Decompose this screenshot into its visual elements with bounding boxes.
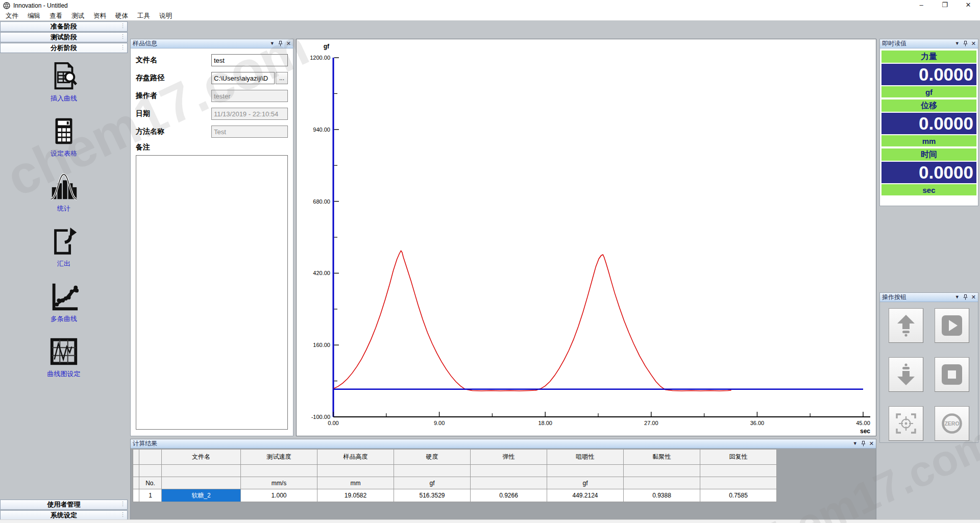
svg-text:ZERO: ZERO [944,420,959,427]
tool-label: 曲线图设定 [47,369,81,379]
results-table: 文件名 测试速度 样品高度 硬度 弹性 咀嚼性 黏聚性 回复性 No. mm/s… [133,449,777,502]
corner-cell [139,450,162,465]
setup-table-button[interactable]: 设定表格 [33,115,94,158]
sidebar-tab-prepare[interactable]: 准备阶段 ⋮ [0,21,128,32]
col-header: 咀嚼性 [547,450,624,465]
method-name-field [211,126,288,138]
sidebar-tab-user-management[interactable]: 使用者管理 ⋮ [0,500,128,510]
grip-icon: ⋮ [120,501,126,507]
field-label-date: 日期 [136,109,150,118]
menu-hardware[interactable]: 硬体 [111,12,133,20]
pin-icon[interactable] [963,41,968,46]
chevron-down-icon[interactable]: ▼ [270,41,275,46]
time-value: 0.0000 [881,162,976,183]
value-cell: 0.9266 [471,489,547,502]
close-icon[interactable]: ✕ [286,41,291,46]
results-units-row: No. mm/s mm gf gf [133,477,777,489]
col-header: 测试速度 [241,450,317,465]
run-button[interactable] [935,308,969,343]
jog-down-button[interactable] [889,357,923,392]
save-path-input[interactable] [211,72,275,84]
action-buttons-panel: 操作按钮 ▼ ✕ [879,292,978,443]
col-header: 文件名 [162,450,241,465]
value-cell: 19.0582 [317,489,394,502]
status-strip [0,519,980,523]
chevron-down-icon[interactable]: ▼ [955,295,960,300]
field-label-filename: 文件名 [136,56,157,65]
sidebar-tab-label: 分析阶段 [51,43,77,53]
results-data-row[interactable]: 1 软糖_2 1.000 19.0582 516.3529 0.9266 449… [133,489,777,502]
grip-icon: ⋮ [120,44,126,51]
browse-button[interactable]: ... [276,72,288,84]
chart-settings-icon [48,336,80,367]
close-icon[interactable]: ✕ [869,441,874,446]
sidebar: 准备阶段 ⋮ 测试阶段 ⋮ 分析阶段 ⋮ 插入曲线 [0,21,128,523]
chart-settings-button[interactable]: 曲线图设定 [33,336,94,379]
sidebar-tab-system-settings[interactable]: 系统设定 ⋮ [0,510,128,520]
force-value: 0.0000 [881,64,976,85]
filename-input[interactable] [211,54,288,66]
close-button[interactable]: ✕ [957,0,980,11]
svg-text:gf: gf [324,43,330,50]
field-label-operator: 操作者 [136,91,157,101]
svg-text:1200.00: 1200.00 [310,55,330,61]
tool-label: 统计 [57,204,70,213]
target-button[interactable] [889,406,923,441]
pin-icon[interactable] [861,441,866,446]
close-icon[interactable]: ✕ [971,295,976,300]
menu-help[interactable]: 说明 [155,12,177,20]
sidebar-tab-test[interactable]: 测试阶段 ⋮ [0,32,128,42]
results-header-row: 文件名 测试速度 样品高度 硬度 弹性 咀嚼性 黏聚性 回复性 [133,450,777,465]
remark-textarea[interactable] [136,155,288,430]
chevron-down-icon[interactable]: ▼ [853,441,857,446]
title-bar: Innovation - Untitled – ❐ ✕ [0,0,980,11]
menu-tools[interactable]: 工具 [133,12,155,20]
zero-icon: ZERO [940,412,964,435]
multi-curve-button[interactable]: 多条曲线 [33,281,94,323]
field-label-method-name: 方法名称 [136,127,164,136]
pin-icon[interactable] [963,294,968,300]
value-cell: 0.9388 [624,489,700,502]
value-cell: 449.2124 [547,489,624,502]
col-header: 硬度 [394,450,471,465]
sidebar-tab-label: 系统设定 [51,511,77,520]
menu-data[interactable]: 资料 [89,12,111,20]
stop-button[interactable] [935,357,969,392]
jog-up-button[interactable] [889,308,923,343]
document-magnifier-icon [48,60,80,92]
field-label-remark: 备注 [136,143,288,152]
svg-text:36.00: 36.00 [750,420,765,426]
zero-button[interactable]: ZERO [935,406,969,441]
svg-text:9.00: 9.00 [434,420,445,426]
action-button-grid: ZERO [880,302,978,441]
panel-title: 操作按钮 [882,293,906,302]
readout-label: 位移 [881,99,976,112]
workspace: chem17.com chem17.com 准备阶段 ⋮ 测试阶段 ⋮ 分析阶段… [0,20,980,523]
menu-view[interactable]: 查看 [45,12,67,20]
close-icon[interactable]: ✕ [971,41,976,46]
results-panel: 计算结果 ▼ ✕ 文件名 测试速度 样品高度 [130,439,876,523]
menu-test[interactable]: 测试 [67,12,89,20]
no-header: No. [139,477,162,489]
readout-label: 时间 [881,148,976,161]
menu-edit[interactable]: 编辑 [23,12,45,20]
file-name-cell[interactable]: 软糖_2 [162,489,241,502]
unit-cell [471,477,547,489]
sidebar-tools: 插入曲线 设定表格 [0,60,128,391]
col-header: 样品高度 [317,450,394,465]
svg-text:160.00: 160.00 [313,342,330,348]
sidebar-tab-analysis[interactable]: 分析阶段 ⋮ [0,43,128,53]
export-button[interactable]: 汇出 [33,226,94,268]
restore-button[interactable]: ❐ [933,0,957,11]
unit-cell: gf [394,477,471,489]
col-header: 黏聚性 [624,450,700,465]
menu-file[interactable]: 文件 [1,12,23,20]
live-readout-header: 即时读值 ▼ ✕ [880,39,978,48]
insert-curve-button[interactable]: 插入曲线 [33,60,94,103]
statistics-button[interactable]: 统计 [33,170,94,213]
displacement-value: 0.0000 [881,113,976,134]
svg-text:0.00: 0.00 [328,420,338,426]
pin-icon[interactable] [278,41,283,46]
chevron-down-icon[interactable]: ▼ [955,41,960,46]
minimize-button[interactable]: – [910,0,933,11]
